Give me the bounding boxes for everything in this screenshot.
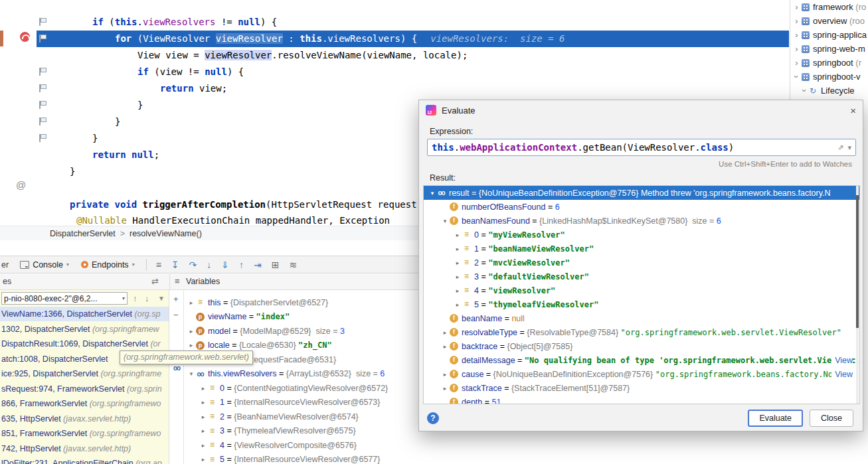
bookmark-flag-icon[interactable] <box>39 18 46 26</box>
variable-row[interactable]: ▸≡2 = {BeanNameViewResolver@6574} <box>199 410 359 424</box>
result-tree-row[interactable]: ▸fcause = {NoUniqueBeanDefinitionExcepti… <box>424 367 859 381</box>
add-watch-button[interactable]: + <box>173 294 179 304</box>
menu-icon[interactable]: ≡ <box>175 276 180 286</box>
frame-row[interactable]: 742, HttpServlet (javax.servlet.http) <box>0 441 169 456</box>
result-tree-row[interactable]: ▸≡0 = "myViewResolver" <box>424 228 859 242</box>
chevron-right-icon[interactable]: ▸ <box>453 260 462 266</box>
variable-row[interactable]: ▸≡3 = {ThymeleafViewResolver@6575} <box>199 424 356 438</box>
code-line[interactable]: View view = viewResolver.resolveViewName… <box>0 47 789 64</box>
thread-selector[interactable]: p-nio-8080-exec-2"@6,2... ▾ <box>1 292 128 305</box>
project-tree-item[interactable]: ›overview (roo <box>790 14 868 28</box>
frames-tab-fragment[interactable]: es <box>3 277 11 286</box>
chevron-down-icon[interactable]: ▾ <box>187 370 196 377</box>
result-tree-row[interactable]: ▸≡3 = "defaultViewResolver" <box>424 270 859 283</box>
chevron-right-icon[interactable]: ▸ <box>199 414 208 420</box>
chevron-right-icon[interactable]: ▸ <box>453 273 462 280</box>
chevron-right-icon[interactable]: › <box>793 58 800 68</box>
result-tree-row[interactable]: ▸≡4 = "viewResolver" <box>424 283 859 297</box>
dropdown-icon[interactable]: ▾ <box>847 143 851 152</box>
variable-row[interactable]: ▸≡5 = {InternalResourceViewResolver@6577… <box>199 453 380 464</box>
chevron-right-icon[interactable]: ▸ <box>440 371 450 378</box>
layout-icon[interactable]: ≡ <box>156 260 161 270</box>
variable-row[interactable]: ▸pmodel = {ModelMap@6529} size = 3 <box>187 324 345 338</box>
variable-row[interactable]: ▸≡4 = {ViewResolverComposite@6576} <box>199 438 357 452</box>
frame-row[interactable]: 635, HttpServlet (javax.servlet.http) <box>0 412 169 426</box>
variable-row[interactable]: pviewName = "index" <box>187 310 290 324</box>
frame-row[interactable]: DispatchResult:1069, DispatcherServlet (… <box>0 337 169 351</box>
bookmark-flag-icon[interactable] <box>39 134 46 142</box>
result-tree-row[interactable]: ▸fstackTrace = {StackTraceElement[51]@75… <box>424 381 859 395</box>
chevron-right-icon[interactable]: ▸ <box>187 328 196 335</box>
result-tree-row[interactable]: ▸fbacktrace = {Object[5]@7585} <box>424 339 859 353</box>
scrollbar[interactable] <box>856 186 859 404</box>
view-as-table-icon[interactable]: ⊞ <box>272 260 280 270</box>
bookmark-flag-icon[interactable] <box>39 68 46 76</box>
chevron-right-icon[interactable]: ▸ <box>187 299 196 306</box>
breakpoint-icon[interactable] <box>20 32 30 42</box>
help-icon[interactable]: ? <box>427 412 439 424</box>
project-tree-item[interactable]: ›framework (ro <box>790 0 868 14</box>
variable-row[interactable]: ▸≡0 = {ContentNegotiatingViewResolver@65… <box>199 381 388 395</box>
code-line[interactable]: for (ViewResolver viewResolver : this.vi… <box>0 31 789 47</box>
result-tree-row[interactable]: ▸≡2 = "mvcViewResolver" <box>424 256 859 270</box>
remove-watch-button[interactable]: − <box>173 310 179 320</box>
step-over-icon[interactable]: ↷ <box>189 260 197 270</box>
tab-endpoints[interactable]: Endpoints ▾ <box>75 256 141 273</box>
show-execution-point-icon[interactable]: ↧ <box>171 260 179 270</box>
variable-row[interactable]: ▸≡1 = {InternalResourceViewResolver@6573… <box>199 396 380 410</box>
chevron-right-icon[interactable]: ▸ <box>453 287 462 294</box>
project-tree-item[interactable]: ›springboot-v <box>790 70 868 84</box>
close-button[interactable]: Close <box>810 410 853 427</box>
chevron-right-icon[interactable]: › <box>793 2 800 12</box>
code-line[interactable]: if (this.viewResolvers != null) { <box>0 14 789 31</box>
chevron-right-icon[interactable]: ▸ <box>199 399 208 406</box>
project-tree-item[interactable]: ›↻Lifecycle <box>790 84 868 98</box>
chevron-right-icon[interactable]: › <box>793 44 800 54</box>
chevron-right-icon[interactable]: › <box>793 16 800 26</box>
evaluate-button[interactable]: Evaluate <box>748 410 803 427</box>
close-icon[interactable]: × <box>850 105 856 116</box>
previous-frame-icon[interactable]: ↑ <box>133 293 137 303</box>
expand-icon[interactable]: ⇗ <box>837 143 843 152</box>
variable-row[interactable]: ▾oothis.viewResolvers = {ArrayList@6532}… <box>187 367 385 381</box>
show-watches-icon[interactable]: oo <box>173 364 180 372</box>
chevron-right-icon[interactable]: ▸ <box>440 329 450 336</box>
code-line[interactable]: if (view != null) { <box>0 64 789 80</box>
breadcrumb-item-method[interactable]: resolveViewName() <box>130 229 202 238</box>
chevron-down-icon[interactable]: ▾ <box>440 218 450 224</box>
frame-row[interactable]: sRequest:974, FrameworkServlet (org.spri… <box>0 382 169 396</box>
restore-layout-icon[interactable]: ⇄ <box>151 276 159 286</box>
bookmark-flag-icon[interactable] <box>39 84 46 92</box>
chevron-right-icon[interactable]: ▸ <box>187 342 196 348</box>
result-tree-row[interactable]: fdepth = 51 <box>424 395 859 404</box>
expression-input[interactable]: this.webApplicationContext.getBean(ViewR… <box>427 139 856 156</box>
frame-row[interactable]: lDoFilter:231, ApplicationFilterChain (o… <box>0 456 169 464</box>
view-link[interactable]: View <box>831 370 853 379</box>
threads-icon[interactable]: ≋ <box>289 260 297 270</box>
bookmark-flag-icon[interactable] <box>39 117 46 125</box>
chevron-right-icon[interactable]: ▸ <box>453 301 462 308</box>
result-tree-row[interactable]: fbeanName = null <box>424 311 859 325</box>
chevron-right-icon[interactable]: › <box>793 30 800 40</box>
chevron-right-icon[interactable]: ▸ <box>199 385 208 392</box>
frames-panel[interactable]: p-nio-8080-exec-2"@6,2... ▾ ↑ ↓ ▼ ViewNa… <box>0 290 169 464</box>
bookmark-flag-icon[interactable] <box>39 35 46 42</box>
variable-row[interactable]: ▸≡this = {DispatcherServlet@6527} <box>187 295 328 309</box>
scrollbar-thumb[interactable] <box>856 195 859 328</box>
breadcrumb-item-class[interactable]: DispatcherServlet <box>50 229 116 238</box>
chevron-right-icon[interactable]: ▸ <box>453 246 462 252</box>
tab-console[interactable]: Console ▾ <box>14 256 75 273</box>
frame-row[interactable]: 866, FrameworkServlet (org.springframewo <box>0 396 169 411</box>
frame-row[interactable]: ice:925, DispatcherServlet (org.springfr… <box>0 366 169 381</box>
result-tree-row[interactable]: ▸≡1 = "beanNameViewResolver" <box>424 242 859 256</box>
code-line[interactable]: return view; <box>0 80 789 97</box>
bookmark-flag-icon[interactable] <box>39 101 46 109</box>
result-tree-row[interactable]: fnumberOfBeansFound = 6 <box>424 200 859 214</box>
frame-row[interactable]: 1302, DispatcherServlet (org.springframe… <box>0 322 169 337</box>
filter-icon[interactable]: ▼ <box>158 295 165 302</box>
chevron-right-icon[interactable]: ▸ <box>199 442 208 449</box>
chevron-down-icon[interactable]: ▾ <box>428 190 437 196</box>
frame-row[interactable]: ViewName:1366, DispatcherServlet (org.sp <box>0 307 169 321</box>
chevron-down-icon[interactable]: › <box>792 73 802 80</box>
result-tree-row[interactable]: ▾ooresult = {NoUniqueBeanDefinitionExcep… <box>424 186 859 200</box>
